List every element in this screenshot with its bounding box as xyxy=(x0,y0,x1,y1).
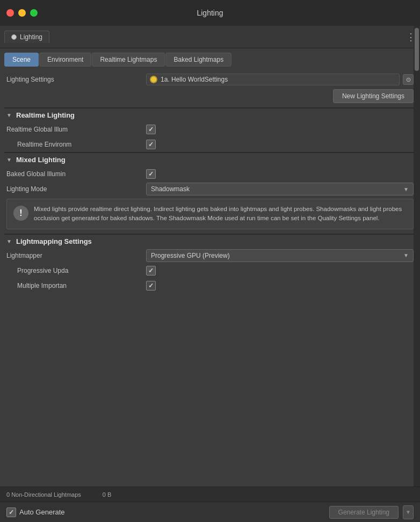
sub-tabs-container: Scene Environment Realtime Lightmaps Bak… xyxy=(0,48,420,67)
multiple-importan-label: Multiple Importan xyxy=(6,282,146,289)
baked-global-illum-value xyxy=(146,169,414,179)
progressive-upda-checkbox[interactable] xyxy=(146,266,156,276)
realtime-environ-row: Realtime Environm xyxy=(4,137,416,152)
tab-strip: Lighting ⋮ xyxy=(0,26,420,48)
lightmapper-row: Lightmapper Progressive GPU (Preview) ▼ xyxy=(4,248,416,263)
lighting-mode-row: Lighting Mode Shadowmask ▼ xyxy=(4,182,416,197)
progressive-upda-row: Progressive Upda xyxy=(4,263,416,278)
auto-generate-row: Auto Generate xyxy=(6,508,65,517)
mixed-lighting-arrow-icon: ▼ xyxy=(6,157,13,163)
auto-generate-checkbox[interactable] xyxy=(6,508,16,517)
baked-global-illum-label: Baked Global Illumin xyxy=(6,170,146,178)
window-title: Lighting xyxy=(197,9,223,17)
window-tab-lighting[interactable]: Lighting xyxy=(4,31,49,43)
section-realtime-lighting[interactable]: ▼ Realtime Lighting xyxy=(4,108,416,122)
progressive-upda-value xyxy=(146,266,414,276)
asset-target-button[interactable]: ⊙ xyxy=(403,74,414,85)
traffic-lights xyxy=(6,9,38,17)
multiple-importan-checkbox[interactable] xyxy=(146,281,156,291)
lighting-mode-dropdown[interactable]: Shadowmask ▼ xyxy=(146,183,414,195)
bottom-bar: Auto Generate Generate Lighting ▼ xyxy=(0,502,420,522)
lightmapper-dropdown[interactable]: Progressive GPU (Preview) ▼ xyxy=(146,249,414,262)
lightmapper-label: Lightmapper xyxy=(6,252,146,259)
baked-global-illum-checkbox[interactable] xyxy=(146,169,156,179)
progressive-upda-label: Progressive Upda xyxy=(6,267,146,274)
realtime-global-illum-checkbox[interactable] xyxy=(146,125,156,134)
multiple-importan-value xyxy=(146,281,414,291)
content-area: Lighting Settings 1a. Hello WorldSetting… xyxy=(0,67,420,299)
lighting-mode-dropdown-label: Shadowmask xyxy=(151,185,190,193)
asset-icon xyxy=(150,76,157,83)
lighting-mode-dropdown-arrow-icon: ▼ xyxy=(403,186,409,192)
auto-generate-label: Auto Generate xyxy=(19,508,65,516)
lighting-settings-label: Lighting Settings xyxy=(6,76,146,83)
lightmapping-settings-arrow-icon: ▼ xyxy=(6,238,13,244)
status-bar: 0 Non-Directional Lightmaps 0 B xyxy=(0,487,420,502)
scrollbar-thumb[interactable] xyxy=(415,28,419,71)
asset-name: 1a. Hello WorldSettings xyxy=(161,76,396,83)
realtime-environ-label: Realtime Environm xyxy=(6,141,146,148)
section-lightmapping-settings[interactable]: ▼ Lightmapping Settings xyxy=(4,234,416,248)
new-settings-btn-row: New Lighting Settings xyxy=(4,87,416,107)
realtime-environ-checkbox[interactable] xyxy=(146,140,156,149)
maximize-button[interactable] xyxy=(30,9,38,17)
shadowmask-info-text: Mixed lights provide realtime direct lig… xyxy=(34,205,407,223)
lighting-settings-value: 1a. Hello WorldSettings ⊙ xyxy=(146,74,414,85)
minimize-button[interactable] xyxy=(18,9,26,17)
realtime-global-illum-row: Realtime Global Illum xyxy=(4,122,416,137)
info-icon: ! xyxy=(13,206,28,221)
lighting-mode-label: Lighting Mode xyxy=(6,185,146,193)
lightmapper-value: Progressive GPU (Preview) ▼ xyxy=(146,249,414,262)
lightmapper-dropdown-label: Progressive GPU (Preview) xyxy=(151,252,230,259)
section-mixed-lighting[interactable]: ▼ Mixed Lighting xyxy=(4,153,416,166)
lighting-mode-value: Shadowmask ▼ xyxy=(146,183,414,195)
asset-field[interactable]: 1a. Hello WorldSettings xyxy=(146,74,400,85)
baked-global-illum-row: Baked Global Illumin xyxy=(4,166,416,182)
mixed-lighting-title: Mixed Lighting xyxy=(16,156,66,164)
scrollbar-track xyxy=(414,26,420,487)
new-lighting-settings-button[interactable]: New Lighting Settings xyxy=(333,89,414,103)
status-size-text: 0 B xyxy=(103,491,112,498)
tab-baked-lightmaps[interactable]: Baked Lightmaps xyxy=(165,53,231,67)
window-tab-label: Lighting xyxy=(20,33,42,41)
realtime-lighting-title: Realtime Lighting xyxy=(16,111,75,119)
title-bar: Lighting xyxy=(0,0,420,26)
tab-environment[interactable]: Environment xyxy=(39,53,91,67)
generate-lighting-dropdown-arrow-icon[interactable]: ▼ xyxy=(403,505,414,519)
lightmapper-dropdown-arrow-icon: ▼ xyxy=(403,252,409,258)
generate-lighting-button[interactable]: Generate Lighting xyxy=(329,506,399,519)
status-lightmaps-text: 0 Non-Directional Lightmaps xyxy=(6,491,81,498)
shadowmask-info-box: ! Mixed lights provide realtime direct l… xyxy=(6,199,414,229)
lighting-settings-row: Lighting Settings 1a. Hello WorldSetting… xyxy=(4,72,416,87)
realtime-global-illum-value xyxy=(146,125,414,134)
realtime-environ-value xyxy=(146,140,414,149)
multiple-importan-row: Multiple Importan xyxy=(4,278,416,293)
realtime-global-illum-label: Realtime Global Illum xyxy=(6,126,146,133)
tab-scene[interactable]: Scene xyxy=(4,53,39,67)
realtime-lighting-arrow-icon: ▼ xyxy=(6,112,13,118)
lighting-tab-icon xyxy=(11,34,17,40)
close-button[interactable] xyxy=(6,9,14,17)
lightmapping-settings-title: Lightmapping Settings xyxy=(16,237,92,245)
tab-realtime-lightmaps[interactable]: Realtime Lightmaps xyxy=(92,53,165,67)
